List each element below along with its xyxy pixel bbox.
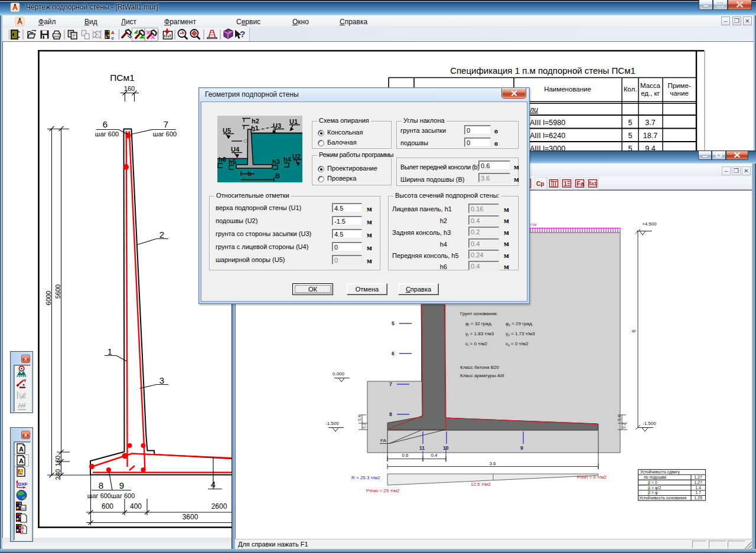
svg-text:h4: h4 (284, 156, 292, 163)
svg-text:-1.500: -1.500 (643, 421, 656, 426)
svg-text:-1.500: -1.500 (325, 421, 339, 426)
svg-text:7: 7 (389, 381, 392, 387)
svg-text:8: 8 (389, 411, 392, 417)
svg-text:6: 6 (631, 329, 637, 332)
svg-text:h1: h1 (251, 125, 259, 132)
svg-text:+4.500: +4.500 (642, 221, 657, 227)
svg-text:Класс арматуры АIII: Класс арматуры АIII (460, 373, 504, 378)
svg-text:12.5 т/м2: 12.5 т/м2 (471, 482, 491, 487)
svg-text:0.4: 0.4 (617, 415, 621, 421)
svg-text:b: b (247, 170, 252, 177)
svg-text:Pmin = 0 т/м2: Pmin = 0 т/м2 (577, 475, 607, 480)
svg-text:0.4: 0.4 (431, 453, 438, 458)
svg-text:1.4: 1.4 (695, 486, 701, 490)
svg-text:cII = 0 т/м2: cII = 0 т/м2 (506, 341, 529, 347)
svg-text:9: 9 (520, 445, 523, 451)
svg-text:U5: U5 (223, 127, 231, 134)
svg-text:5: 5 (392, 320, 395, 326)
svg-text:6: 6 (392, 351, 395, 356)
svg-text:U1: U1 (289, 118, 298, 125)
svg-text:1.27: 1.27 (694, 480, 702, 485)
svg-text:β = φ/2: β = φ/2 (648, 486, 661, 490)
svg-text:cI = 0 т/м2: cI = 0 т/м2 (465, 341, 488, 347)
svg-text:φI = 32 град.: φI = 32 град. (465, 321, 493, 327)
svg-text:0.6: 0.6 (402, 453, 409, 458)
svg-text:U4: U4 (231, 146, 240, 153)
svg-text:по подошве: по подошве (644, 475, 666, 480)
svg-text:11: 11 (419, 445, 425, 451)
svg-text:U3: U3 (273, 122, 281, 129)
svg-text:0.2: 0.2 (362, 423, 366, 428)
svg-text:Pmax = 25 т/м2: Pmax = 25 т/м2 (366, 488, 400, 493)
svg-text:B: B (275, 172, 280, 179)
svg-text:Класс бетона В20: Класс бетона В20 (460, 365, 500, 370)
svg-text:Устойчивость сдвигу: Устойчивость сдвигу (640, 470, 680, 475)
svg-text:1.27: 1.27 (694, 475, 702, 479)
svg-text:h5: h5 (229, 158, 236, 165)
svg-text:h3: h3 (272, 158, 280, 165)
svg-text:φII = 29 град.: φII = 29 град. (506, 321, 533, 327)
svg-text:0.000: 0.000 (333, 371, 345, 377)
svg-text:γI = 1.83 т/м3: γI = 1.83 т/м3 (465, 331, 494, 337)
svg-text:β = φ: β = φ (648, 490, 658, 495)
svg-text:h2: h2 (252, 117, 259, 125)
svg-text:т/м: т/м (530, 222, 536, 227)
svg-text:1.25: 1.25 (694, 496, 702, 500)
svg-text:h6: h6 (219, 156, 226, 163)
svg-text:γII = 1.73 т/м3: γII = 1.73 т/м3 (506, 331, 535, 337)
svg-text:β = 0: β = 0 (648, 480, 657, 485)
svg-text:U2: U2 (292, 153, 301, 160)
svg-text:Грунт основания:: Грунт основания: (460, 311, 498, 316)
svg-text:R = 25.3 т/м2: R = 25.3 т/м2 (351, 475, 380, 480)
svg-text:0.2: 0.2 (622, 423, 626, 428)
svg-text:Устойчивость основания: Устойчивость основания (639, 496, 686, 500)
svg-text:FA: FA (380, 438, 386, 443)
svg-text:0.4: 0.4 (357, 415, 361, 421)
svg-text:1.7: 1.7 (695, 490, 701, 495)
svg-text:3.6: 3.6 (489, 461, 496, 466)
